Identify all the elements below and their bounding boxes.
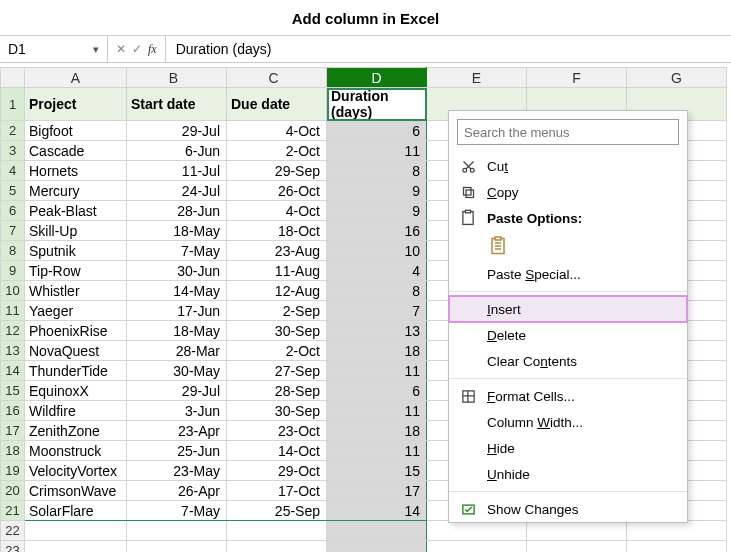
cell[interactable]: 29-Oct	[227, 461, 327, 481]
row-header[interactable]: 10	[1, 281, 25, 301]
cell[interactable]: 29-Sep	[227, 161, 327, 181]
cell[interactable]: Duration (days)	[327, 88, 427, 121]
menu-show-changes[interactable]: Show Changes	[449, 496, 687, 522]
cell[interactable]: 18	[327, 421, 427, 441]
cell[interactable]: 11	[327, 401, 427, 421]
menu-column-width[interactable]: Column Width...	[449, 409, 687, 435]
cell[interactable]: 17-Jun	[127, 301, 227, 321]
cell[interactable]	[527, 521, 627, 541]
cell[interactable]: 8	[327, 281, 427, 301]
cell[interactable]: 18-May	[127, 221, 227, 241]
cell[interactable]	[327, 521, 427, 541]
row-header[interactable]: 13	[1, 341, 25, 361]
cell[interactable]: Moonstruck	[25, 441, 127, 461]
cell[interactable]: 4	[327, 261, 427, 281]
cell[interactable]: Cascade	[25, 141, 127, 161]
menu-format-cells[interactable]: Format Cells...	[449, 383, 687, 409]
chevron-down-icon[interactable]: ▾	[93, 43, 99, 56]
cell[interactable]	[227, 541, 327, 553]
cell[interactable]	[25, 521, 127, 541]
name-box[interactable]: D1 ▾	[0, 36, 108, 62]
row-header[interactable]: 8	[1, 241, 25, 261]
cell[interactable]: 7-May	[127, 241, 227, 261]
cell[interactable]: 14-Oct	[227, 441, 327, 461]
cell[interactable]: Skill-Up	[25, 221, 127, 241]
cell[interactable]: 26-Apr	[127, 481, 227, 501]
cell[interactable]: 9	[327, 181, 427, 201]
row-header[interactable]: 22	[1, 521, 25, 541]
cell[interactable]: Project	[25, 88, 127, 121]
cell[interactable]: 15	[327, 461, 427, 481]
cell[interactable]: 2-Oct	[227, 141, 327, 161]
cell[interactable]	[127, 541, 227, 553]
cell[interactable]: Sputnik	[25, 241, 127, 261]
row-header[interactable]: 23	[1, 541, 25, 553]
cell[interactable]: PhoenixRise	[25, 321, 127, 341]
fx-label[interactable]: fx	[148, 42, 157, 57]
cell[interactable]	[327, 541, 427, 553]
cell[interactable]: 29-Jul	[127, 121, 227, 141]
cell[interactable]: 16	[327, 221, 427, 241]
cell[interactable]: SolarFlare	[25, 501, 127, 521]
row-header[interactable]: 3	[1, 141, 25, 161]
cell[interactable]: 2-Oct	[227, 341, 327, 361]
row-header[interactable]: 4	[1, 161, 25, 181]
row-header[interactable]: 21	[1, 501, 25, 521]
col-header-a[interactable]: A	[25, 68, 127, 88]
cell[interactable]: 6-Jun	[127, 141, 227, 161]
cell[interactable]: 29-Jul	[127, 381, 227, 401]
cell[interactable]: 7	[327, 301, 427, 321]
cell[interactable]: 23-Aug	[227, 241, 327, 261]
cell[interactable]: 11-Aug	[227, 261, 327, 281]
row-header[interactable]: 7	[1, 221, 25, 241]
cell[interactable]: ZenithZone	[25, 421, 127, 441]
menu-hide[interactable]: Hide	[449, 435, 687, 461]
col-header-f[interactable]: F	[527, 68, 627, 88]
cell[interactable]: 18-May	[127, 321, 227, 341]
row-header[interactable]: 15	[1, 381, 25, 401]
cell[interactable]: 3-Jun	[127, 401, 227, 421]
cell[interactable]: 9	[327, 201, 427, 221]
cell[interactable]: Wildfire	[25, 401, 127, 421]
cell[interactable]: 17-Oct	[227, 481, 327, 501]
cell[interactable]: 4-Oct	[227, 121, 327, 141]
cell[interactable]: Bigfoot	[25, 121, 127, 141]
cell[interactable]	[25, 541, 127, 553]
cell[interactable]: ThunderTide	[25, 361, 127, 381]
cell[interactable]: Hornets	[25, 161, 127, 181]
cell[interactable]: 11-Jul	[127, 161, 227, 181]
cell[interactable]: 12-Aug	[227, 281, 327, 301]
cell[interactable]: 27-Sep	[227, 361, 327, 381]
cell[interactable]: Mercury	[25, 181, 127, 201]
cell[interactable]: Whistler	[25, 281, 127, 301]
cell[interactable]: 11	[327, 441, 427, 461]
cell[interactable]	[627, 521, 727, 541]
cell[interactable]: 14-May	[127, 281, 227, 301]
cell[interactable]: 18-Oct	[227, 221, 327, 241]
cell[interactable]: 6	[327, 381, 427, 401]
select-all-corner[interactable]	[1, 68, 25, 88]
row-header[interactable]: 11	[1, 301, 25, 321]
cell[interactable]: 26-Oct	[227, 181, 327, 201]
cell[interactable]: EquinoxX	[25, 381, 127, 401]
cell[interactable]: 25-Jun	[127, 441, 227, 461]
menu-insert[interactable]: Insert	[449, 296, 687, 322]
col-header-g[interactable]: G	[627, 68, 727, 88]
menu-clear-contents[interactable]: Clear Contents	[449, 348, 687, 374]
menu-copy[interactable]: Copy	[449, 179, 687, 205]
row-header[interactable]: 5	[1, 181, 25, 201]
cell[interactable]	[527, 541, 627, 553]
menu-cut[interactable]: Cut	[449, 153, 687, 179]
cell[interactable]: 2-Sep	[227, 301, 327, 321]
cell[interactable]: 14	[327, 501, 427, 521]
cell[interactable]: CrimsonWave	[25, 481, 127, 501]
cell[interactable]: 11	[327, 141, 427, 161]
confirm-icon[interactable]: ✓	[132, 42, 142, 56]
cell[interactable]: Due date	[227, 88, 327, 121]
cell[interactable]: Peak-Blast	[25, 201, 127, 221]
menu-paste-special[interactable]: Paste Special...	[449, 261, 687, 287]
row-header[interactable]: 9	[1, 261, 25, 281]
row-header[interactable]: 20	[1, 481, 25, 501]
cell[interactable]: Yaeger	[25, 301, 127, 321]
cell[interactable]: 7-May	[127, 501, 227, 521]
